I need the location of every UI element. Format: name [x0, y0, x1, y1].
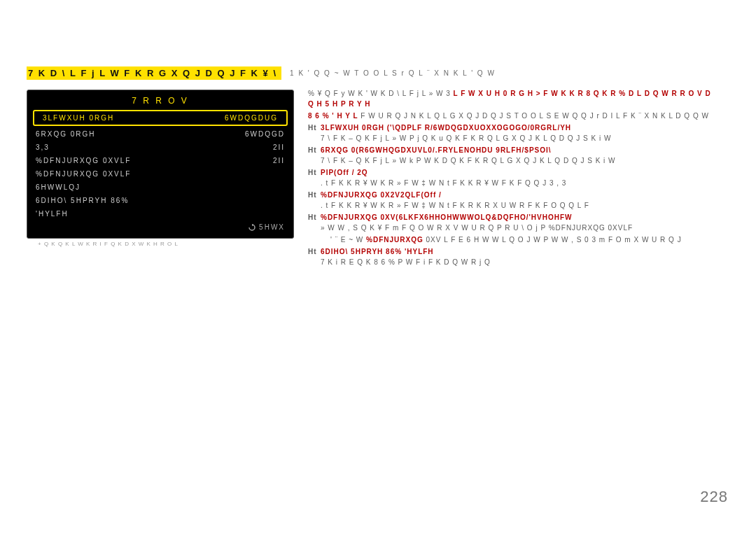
footnote: + Q K Q K L W K R I F Q K D X W K H R O … [38, 241, 290, 247]
bullet-body: 7 K i R E Q K 8 6 % P W F i F K D Q W R … [321, 257, 714, 267]
menu-row: 6DIHO\ 5HPRYH 86% [27, 194, 293, 207]
bullet-marker: Ht [308, 212, 321, 223]
bullet-head: %DFNJURXQG 0XV(6LKFX6HHOHWWWOLQ&DQFHO/'H… [321, 212, 573, 223]
body-text: % ¥ Q F y W K ' W K D \ L F j L » W 3 L … [308, 87, 714, 269]
menu-row: 6RXQG 0RGH6WDQGD [27, 127, 293, 141]
bullet-head: PIP(Off / 2Q [321, 167, 368, 178]
section-heading: 7 K D \ L F j L W F K R G X Q J D Q J F … [27, 66, 281, 80]
bullet-head: %DFNJURXQG 0X2V2QLF(Off / [321, 190, 442, 200]
bullet-marker: Ht [308, 190, 321, 200]
bullet-item: Ht6DIHO\ 5HPRYH 86% 'HYLFH [308, 246, 714, 257]
menu-row-label: %DFNJURXQG 0XVLF [36, 157, 131, 164]
bullet-item: Ht%DFNJURXQG 0XV(6LKFX6HHOHWWWOLQ&DQFHO/… [308, 212, 714, 223]
bullet-marker: Ht [308, 145, 321, 155]
bullet-body: . t F K K R ¥ W K R » F W ‡ W N t F K K … [321, 178, 714, 188]
bullet-item: Ht6RXQG 0(R6GWHQGDXUVL0/.FRYLENOHDU 9RLF… [308, 145, 714, 155]
menu-row: 3,32II [27, 141, 293, 154]
menu-row-label: 6HWWLQJ [36, 183, 80, 191]
bullet-body: 7 \ F K – Q K F j L » W k P W K D Q K F … [321, 155, 714, 166]
return-icon [248, 223, 259, 231]
bullet-item: HtPIP(Off / 2Q [308, 167, 714, 178]
page-number: 228 [700, 488, 728, 506]
bullet-head: 6DIHO\ 5HPRYH 86% 'HYLFH [321, 246, 434, 257]
bullet-head: 3LFWXUH 0RGH ('\QDPLF R/6WDQGDXUOXXOGOGO… [321, 122, 571, 133]
section-subtitle: 1 K ' Q Q ~ W T O O L S r Q L ¨ X N K L … [290, 69, 496, 77]
tools-menu-title: 7 R R O V [27, 96, 293, 106]
bullet-item: Ht3LFWXUH 0RGH ('\QDPLF R/6WDQGDXUOXXOGO… [308, 122, 714, 133]
menu-row-value: 6WDQGDUG [225, 114, 278, 122]
menu-row-label: 6DIHO\ 5HPRYH 86% [36, 197, 129, 204]
page: 7 K D \ L F j L W F K R G X Q J D Q J F … [0, 0, 756, 534]
indent-line: ' ¨ E ~ W %DFNJURXQG 0XV L F E 6 H W W L… [330, 234, 714, 245]
bullet-item: Ht%DFNJURXQG 0X2V2QLF(Off / [308, 190, 714, 200]
bullet-body: » W W , S Q K ¥ F m F Q O W R X V W U R … [321, 223, 714, 233]
menu-row: %DFNJURXQG 0XVLF2II [27, 154, 293, 167]
bullet-body: 7 \ F K – Q K F j L » W P j Q K u Q K F … [321, 133, 714, 143]
menu-row-label: 'HYLFH [36, 210, 69, 218]
return-label: 5HWX [259, 223, 285, 231]
bullet-marker: Ht [308, 246, 321, 257]
title-row: 7 K D \ L F j L W F K R G X Q J D Q J F … [27, 66, 729, 80]
menu-row-label: 3LFWXUH 0RGH [43, 114, 114, 122]
menu-row: %DFNJURXQG 0XVLF [27, 167, 293, 181]
menu-row: 3LFWXUH 0RGH6WDQGDUG [33, 110, 288, 126]
menu-row-value: 2II [273, 157, 285, 164]
bullet-head: 6RXQG 0(R6GWHQGDXUVL0/.FRYLENOHDU 9RLFH/… [321, 145, 552, 155]
tools-menu-panel: 7 R R O V 3LFWXUH 0RGH6WDQGDUG6RXQG 0RGH… [27, 90, 294, 239]
menu-row: 6HWWLQJ [27, 181, 293, 194]
bullet-marker: Ht [308, 167, 321, 178]
menu-row-label: 6RXQG 0RGH [36, 130, 96, 138]
menu-row: 'HYLFH [27, 207, 293, 220]
text-line: 8 6 % ' H Y L F W U R Q J N K L Q L G X … [308, 111, 714, 121]
menu-row-label: %DFNJURXQG 0XVLF [36, 170, 131, 178]
bullet-marker: Ht [308, 122, 321, 133]
tools-menu-rows: 3LFWXUH 0RGH6WDQGDUG6RXQG 0RGH6WDQGD3,32… [27, 110, 293, 220]
menu-row-label: 3,3 [36, 143, 50, 151]
return-hint: 5HWX [27, 220, 293, 235]
menu-row-value: 2II [273, 143, 285, 151]
bullet-body: . t F K K R ¥ W K R » F W ‡ W N t F K R … [321, 200, 714, 211]
menu-row-value: 6WDQGD [245, 130, 285, 138]
text-line: % ¥ Q F y W K ' W K D \ L F j L » W 3 L … [308, 88, 714, 109]
